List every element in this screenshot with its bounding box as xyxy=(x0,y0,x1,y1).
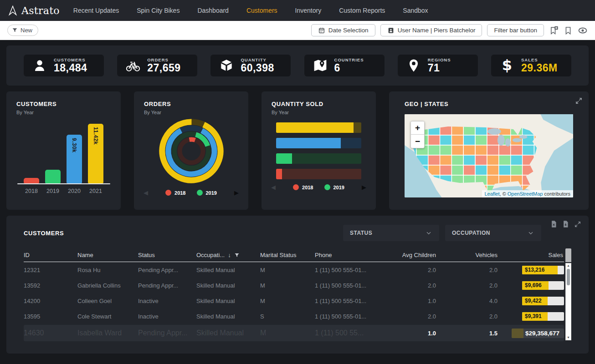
nav-item-custom-reports[interactable]: Custom Reports xyxy=(339,7,385,14)
filter-funnel-icon[interactable] xyxy=(234,253,240,258)
filter-bar-button[interactable]: Filter bar button xyxy=(487,24,544,36)
hbar-fill-2021 xyxy=(276,122,354,133)
column-header-marital-status[interactable]: Marital Status xyxy=(260,252,315,258)
cell-occupation: Skilled Manual xyxy=(196,298,260,304)
zoom-in-button[interactable]: + xyxy=(411,121,424,135)
x-axis-labels: 2018201920202021 xyxy=(17,188,110,194)
cell-status: Inactive xyxy=(138,298,196,304)
legend-prev-icon[interactable]: ◀ xyxy=(271,184,276,190)
total-sales: $29,358,677 xyxy=(498,329,564,338)
legend-next-icon[interactable]: ▶ xyxy=(362,184,366,190)
cell-name: Colleen Goel xyxy=(77,298,138,304)
cell-vehicles: 2.0 xyxy=(437,267,498,273)
legend-entry-2019[interactable]: 2019 xyxy=(324,184,344,190)
customers-chart-panel: CUSTOMERS By Year 9.30k11.42k 2018201920… xyxy=(6,91,121,210)
file-export-icon[interactable] xyxy=(562,220,569,228)
top-nav: Astrato Recent UpdatesSpin City BikesDas… xyxy=(0,0,595,21)
chevron-down-icon xyxy=(527,229,534,237)
nav-item-inventory[interactable]: Inventory xyxy=(295,7,322,14)
nav-item-dashboard[interactable]: Dashboard xyxy=(197,7,229,14)
user-name-button[interactable]: User Name | Piers Batchelor xyxy=(380,24,482,36)
new-filter-button[interactable]: New xyxy=(7,25,38,36)
legend-entry-2018[interactable]: 2018 xyxy=(165,190,185,196)
column-header-vehicles[interactable]: Vehicles xyxy=(437,252,498,258)
column-header-label: Avg Children xyxy=(402,252,436,258)
kpi-value: 27,659 xyxy=(147,62,180,73)
cell-sales: $9,422 xyxy=(498,297,564,305)
legend-entry-2018[interactable]: 2018 xyxy=(293,184,313,190)
vertical-scrollbar[interactable]: ▲ ▼ xyxy=(565,248,571,341)
quantity-chart-subtitle: By Year xyxy=(272,110,366,115)
expand-icon[interactable] xyxy=(575,97,583,106)
x-tick-label: 2019 xyxy=(45,188,61,194)
ghost-cell: M xyxy=(260,329,315,337)
x-tick-label: 2018 xyxy=(24,188,39,194)
cell-id: 14200 xyxy=(24,298,77,304)
cell-children: 2.0 xyxy=(383,313,437,320)
column-header-status[interactable]: Status xyxy=(138,252,196,258)
column-header-phone[interactable]: Phone xyxy=(315,252,383,258)
us-choropleth[interactable] xyxy=(405,114,573,197)
column-header-avg-children[interactable]: Avg Children xyxy=(383,252,437,258)
hbar-2021[interactable] xyxy=(276,122,361,133)
nav-item-recent-updates[interactable]: Recent Updates xyxy=(73,7,119,14)
expand-icon[interactable] xyxy=(574,221,581,228)
scrollbar-thumb[interactable] xyxy=(567,269,570,285)
bar-2018[interactable] xyxy=(24,178,39,183)
occupation-dropdown[interactable]: OCCUPATION xyxy=(445,225,541,241)
column-header-occupati[interactable]: Occupati...↓ xyxy=(196,252,260,258)
date-selection-button[interactable]: Date Selection xyxy=(311,24,375,36)
status-dropdown[interactable]: STATUS xyxy=(343,225,439,241)
table-row[interactable]: 13592Gabriella CollinsPending Appr...Ski… xyxy=(24,278,564,293)
zoom-out-button[interactable]: − xyxy=(411,135,424,148)
nav-item-spin-city-bikes[interactable]: Spin City Bikes xyxy=(137,7,180,14)
ghost-cell: 14630 xyxy=(24,329,77,337)
table-row[interactable]: 13595Cole StewartInactiveSkilled ManualS… xyxy=(24,308,564,324)
scroll-down-arrow[interactable]: ▼ xyxy=(567,335,570,340)
table-row[interactable]: 14200Colleen GoelInactiveSkilled ManualM… xyxy=(24,293,564,308)
filter-toolbar: New Date Selection User Name | Piers Bat… xyxy=(0,21,595,40)
cell-vehicles: 2.0 xyxy=(437,282,498,289)
quantity-chart-title: QUANTITY SOLD xyxy=(272,101,366,107)
hbar-2020[interactable] xyxy=(276,138,361,148)
sales-data-bar: $9,391 xyxy=(522,312,564,321)
map-icon xyxy=(312,58,329,73)
cell-marital: M xyxy=(260,298,315,304)
cell-name: Gabriella Collins xyxy=(77,282,138,289)
nav-item-customers[interactable]: Customers xyxy=(246,7,277,14)
eye-icon[interactable] xyxy=(578,25,588,35)
cell-sales: $13,216 xyxy=(498,266,564,274)
excel-export-icon[interactable] xyxy=(550,220,557,228)
scroll-up-arrow[interactable]: ▲ xyxy=(567,263,570,268)
hbar-2018[interactable] xyxy=(276,169,361,179)
column-header-name[interactable]: Name xyxy=(77,252,138,258)
bookmark-add-icon[interactable] xyxy=(549,25,559,35)
app-logo[interactable]: Astrato xyxy=(7,5,60,16)
nav-item-sandbox[interactable]: Sandbox xyxy=(403,7,428,14)
column-header-sales[interactable]: Sales xyxy=(498,252,564,258)
osm-link[interactable]: OpenStreetMap xyxy=(508,191,543,197)
legend-prev-icon[interactable]: ◀ xyxy=(144,190,148,196)
bar-2021[interactable]: 11.42k xyxy=(88,124,103,183)
bookmark-icon[interactable] xyxy=(564,26,573,35)
legend-entry-2019[interactable]: 2019 xyxy=(197,190,217,196)
pin-icon xyxy=(405,58,422,73)
cell-name: Cole Stewart xyxy=(77,313,138,320)
sort-desc-icon[interactable]: ↓ xyxy=(228,252,231,258)
leaflet-link[interactable]: Leaflet xyxy=(485,191,500,197)
scrollbar-track[interactable]: ▲ ▼ xyxy=(565,263,571,340)
cell-marital: M xyxy=(260,267,315,273)
ghost-cell: Isabella Ward xyxy=(77,329,138,337)
table-row[interactable]: 12321Rosa HuPending Appr...Skilled Manua… xyxy=(24,262,564,278)
hbar-2019[interactable] xyxy=(276,153,361,164)
orders-radial-chart[interactable] xyxy=(144,117,238,185)
leaflet-map[interactable]: + − Leaflet, © OpenStreetMap contributor… xyxy=(405,114,573,197)
cell-children: 1.0 xyxy=(383,298,437,304)
customers-bar-chart: 9.30k11.42k 2018201920202021 xyxy=(17,121,110,194)
column-header-id[interactable]: ID xyxy=(24,252,77,258)
bar-2019[interactable] xyxy=(45,170,61,183)
x-tick-label: 2021 xyxy=(88,188,103,194)
column-header-label: Marital Status xyxy=(260,252,296,258)
legend-next-icon[interactable]: ▶ xyxy=(234,190,239,196)
bar-2020[interactable]: 9.30k xyxy=(67,135,82,183)
